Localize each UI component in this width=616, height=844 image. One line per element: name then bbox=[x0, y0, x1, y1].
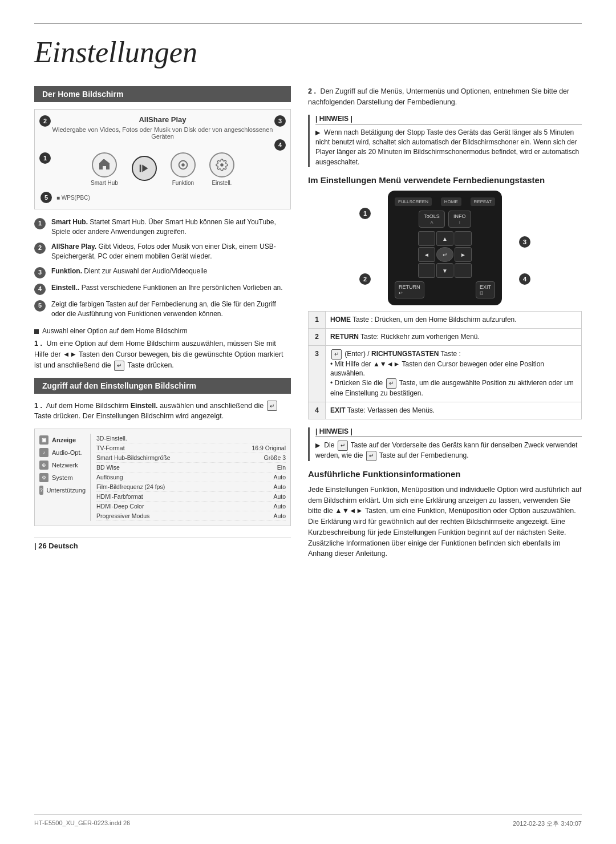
num-1: 1 bbox=[34, 218, 46, 229]
opt-tv-format: TV-Format16:9 Original bbox=[96, 443, 286, 453]
explain-row-4: 4 EXIT Taste: Verlassen des Menüs. bbox=[309, 402, 582, 419]
section2-header: Zugriff auf den Einstellungen Bildschirm bbox=[34, 378, 291, 394]
allshare-icon-item bbox=[132, 156, 157, 183]
num-text-3: Funktion. Dient zur Auswahl der Audio/Vi… bbox=[51, 266, 207, 278]
allshare-icons: Smart Hub Funktion bbox=[40, 147, 285, 191]
enter-btn-hinweis2: ↵ bbox=[338, 441, 348, 451]
step2-right-num: 2 . bbox=[308, 87, 316, 95]
num-item-3: 3 Funktion. Dient zur Auswahl der Audio/… bbox=[34, 266, 291, 278]
left-column: Der Home Bildschirm 2 3 4 AllShare Play … bbox=[34, 86, 291, 566]
allshare-box: 2 3 4 AllShare Play Wiedergabe von Video… bbox=[34, 109, 291, 209]
section3-title: Im Einstellungen Menü verwendete Fernbed… bbox=[308, 175, 582, 185]
nav-cluster: ▲ ◄ ↵ ► ▼ bbox=[395, 231, 495, 278]
system-icon: ⚙ bbox=[39, 473, 48, 482]
remote-box: FULLSCREEN HOME REPEAT ToOLSA INFOi ▲ bbox=[388, 191, 502, 305]
remote-top-btns: FULLSCREEN HOME REPEAT bbox=[395, 197, 495, 206]
explain-text-3: ↵ (Enter) / RICHTUNGSTASTEN Taste : • Mi… bbox=[326, 345, 582, 402]
info-btn[interactable]: INFOi bbox=[448, 211, 471, 228]
wps-label: ■ WPS(PBC) bbox=[56, 195, 90, 201]
num-2: 2 bbox=[34, 243, 46, 254]
allshare-subtitle: Wiedergabe von Videos, Fotos oder Musik … bbox=[40, 126, 285, 140]
right-column: 2 . Den Zugriff auf die Menüs, Untermenü… bbox=[308, 86, 582, 566]
remote-badge-2: 2 bbox=[359, 273, 371, 285]
einstell-label: Einstell. bbox=[212, 180, 232, 186]
return-btn[interactable]: RETURN↩ bbox=[395, 281, 424, 298]
funktion-icon bbox=[171, 152, 196, 177]
nav-enter[interactable]: ↵ bbox=[436, 247, 453, 262]
menu-system: ⚙ System bbox=[39, 471, 86, 484]
exit-btn[interactable]: EXIT⊡ bbox=[476, 281, 495, 298]
opt-prog: Progressiver ModusAuto bbox=[96, 511, 286, 521]
enter-btn-hinweis2b: ↵ bbox=[366, 451, 376, 461]
repeat-btn: REPEAT bbox=[471, 197, 495, 206]
nav-blank-bl bbox=[418, 263, 435, 278]
step2-right-para: 2 . Den Zugriff auf die Menüs, Untermenü… bbox=[308, 86, 582, 108]
opt-hdmi-deep: HDMI-Deep ColorAuto bbox=[96, 502, 286, 511]
badge-2: 2 bbox=[39, 115, 51, 127]
footer-right: 2012-02-23 오후 3:40:07 bbox=[513, 819, 582, 828]
opt-bdwise: BD WiseEin bbox=[96, 463, 286, 473]
settings-left-col: ▣ Anzeige ♪ Audio-Opt. ⊕ Netzwerk ⚙ bbox=[39, 434, 91, 521]
nav-left[interactable]: ◄ bbox=[418, 247, 435, 262]
page-number: | 26 Deutsch bbox=[34, 538, 291, 550]
home-btn[interactable]: HOME bbox=[441, 197, 461, 206]
nav-blank-tl bbox=[418, 231, 435, 246]
num-4: 4 bbox=[34, 284, 46, 295]
svg-rect-1 bbox=[140, 164, 141, 172]
nav-down[interactable]: ▼ bbox=[436, 263, 453, 278]
tools-btn[interactable]: ToOLSA bbox=[419, 211, 445, 228]
anzeige-icon: ▣ bbox=[39, 435, 48, 445]
remote-bottom-btns: RETURN↩ EXIT⊡ bbox=[395, 281, 495, 298]
num-text-5: Zeigt die farbigen Tasten auf der Fernbe… bbox=[51, 300, 291, 320]
hinweis2-title: | HINWEIS | bbox=[315, 427, 582, 437]
bullet-text: Auswahl einer Option auf dem Home Bildsc… bbox=[42, 327, 188, 335]
audio-icon: ♪ bbox=[39, 448, 48, 457]
bullet-square bbox=[34, 329, 39, 334]
allshare-title: AllShare Play bbox=[40, 115, 285, 124]
step2-para: 1 . Auf dem Home Bildschirm Einstell. au… bbox=[34, 401, 291, 422]
badge-3: 3 bbox=[274, 115, 286, 127]
explain-row-2: 2 RETURN Taste: Rückkehr zum vorherigen … bbox=[309, 328, 582, 345]
step1-para: 1 . Um eine Option auf dem Home Bildschi… bbox=[34, 338, 291, 370]
bullet-item-auswahl: Auswahl einer Option auf dem Home Bildsc… bbox=[34, 327, 291, 335]
hinweis2-text: ▶ Die ↵ Taste auf der Vorderseite des Ge… bbox=[315, 441, 582, 461]
svg-marker-0 bbox=[142, 164, 148, 172]
nav-blank-tr bbox=[455, 231, 472, 246]
explain-row-3: 3 ↵ (Enter) / RICHTUNGSTASTEN Taste : • … bbox=[309, 345, 582, 402]
explain-num-2: 2 bbox=[309, 328, 326, 345]
svg-point-3 bbox=[181, 163, 185, 167]
section1-header: Der Home Bildschirm bbox=[34, 86, 291, 102]
badge-4: 4 bbox=[274, 139, 286, 151]
num-item-2: 2 AllShare Play. Gibt Videos, Fotos oder… bbox=[34, 242, 291, 262]
step2-right-text: Den Zugriff auf die Menüs, Untermenüs un… bbox=[308, 87, 569, 106]
enter-icon-table-2: ↵ bbox=[386, 378, 396, 389]
menu-unterstuetzung: ? Unterstützung bbox=[39, 484, 86, 496]
settings-row: ▣ Anzeige ♪ Audio-Opt. ⊕ Netzwerk ⚙ bbox=[39, 434, 286, 521]
opt-3d: 3D-Einstell. bbox=[96, 434, 286, 443]
smart-hub-label: Smart Hub bbox=[91, 180, 118, 186]
page-title: Einstellungen bbox=[34, 23, 582, 69]
hinweis2-block: | HINWEIS | ▶ Die ↵ Taste auf der Vorder… bbox=[308, 427, 582, 461]
explain-table: 1 HOME Taste : Drücken, um den Home Bild… bbox=[308, 311, 582, 419]
explain-text-1: HOME Taste : Drücken, um den Home Bildsc… bbox=[326, 312, 582, 329]
allshare-play-icon bbox=[132, 156, 157, 181]
netzwerk-icon: ⊕ bbox=[39, 461, 48, 470]
menu-anzeige: ▣ Anzeige bbox=[39, 434, 86, 446]
opt-hdmi-farb: HDMI-FarbformatAuto bbox=[96, 492, 286, 502]
enter-btn-inline-2: ↵ bbox=[267, 401, 277, 411]
explain-text-4: EXIT Taste: Verlassen des Menüs. bbox=[326, 402, 582, 419]
nav-up[interactable]: ▲ bbox=[436, 231, 453, 246]
section4-title: Ausführliche Funktionsinformationen bbox=[308, 469, 582, 479]
menu-netzwerk: ⊕ Netzwerk bbox=[39, 459, 86, 471]
badge-5: 5 bbox=[40, 192, 52, 203]
remote-container: 1 2 3 4 FULLSCREEN HOME REPEAT ToOL bbox=[308, 191, 582, 305]
footer-left: HT-E5500_XU_GER-0223.indd 26 bbox=[34, 819, 130, 828]
smart-hub-icon bbox=[92, 152, 117, 177]
smart-hub-icon-item: Smart Hub bbox=[91, 152, 118, 186]
unterstuetzung-icon: ? bbox=[39, 486, 43, 495]
opt-smarthub: Smart Hub-BildschirmgrößeGröße 3 bbox=[96, 453, 286, 463]
settings-screenshot: ▣ Anzeige ♪ Audio-Opt. ⊕ Netzwerk ⚙ bbox=[34, 429, 291, 526]
nav-right[interactable]: ► bbox=[455, 247, 472, 262]
explain-num-3: 3 bbox=[309, 345, 326, 402]
badge5-row: 5 ■ WPS(PBC) bbox=[40, 192, 285, 203]
